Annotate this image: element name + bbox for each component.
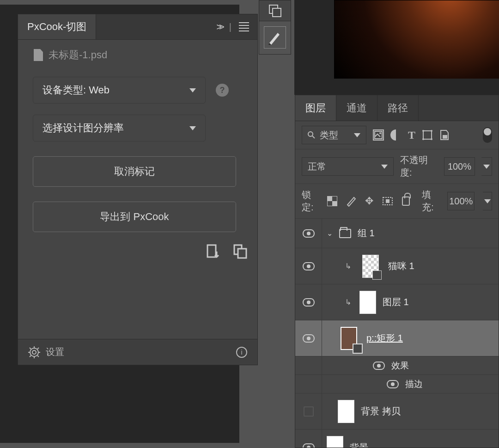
- filter-toggle[interactable]: [483, 127, 492, 143]
- lock-transparency-icon[interactable]: [327, 196, 337, 206]
- lock-paint-icon[interactable]: [346, 196, 357, 207]
- layer-row-layer1[interactable]: ↳ 图层 1: [295, 284, 499, 320]
- svg-rect-16: [423, 131, 432, 139]
- layer-row-cat[interactable]: ↳ 猫咪 1: [295, 248, 499, 284]
- help-icon[interactable]: ?: [216, 84, 229, 97]
- svg-line-9: [37, 356, 39, 357]
- shape-badge-icon: [353, 344, 363, 354]
- layer-row-bgcopy[interactable]: 背景 拷贝: [295, 393, 499, 430]
- layer-row-bg[interactable]: 背景: [295, 430, 499, 448]
- svg-rect-26: [386, 199, 389, 203]
- smart-object-badge-icon: [372, 270, 382, 280]
- layers-panel-tabs: 图层 通道 路径: [295, 95, 499, 121]
- file-icon: [34, 49, 43, 61]
- caret-down-icon: [189, 88, 196, 92]
- svg-point-20: [431, 138, 432, 140]
- unmark-button-label: 取消标记: [114, 165, 155, 178]
- filter-smart-icon[interactable]: [439, 129, 450, 141]
- layer-name: p::矩形 1: [366, 332, 403, 344]
- svg-line-11: [37, 348, 39, 349]
- pxcook-panel-footer: 设置 i: [18, 339, 257, 365]
- filter-text-icon[interactable]: T: [408, 129, 415, 141]
- visibility-toggle[interactable]: [303, 298, 315, 307]
- svg-rect-23: [327, 196, 332, 201]
- panel-menu-icon[interactable]: [239, 22, 249, 31]
- filter-type-label: 类型: [320, 129, 338, 141]
- brush-tool-icon[interactable]: [264, 26, 286, 49]
- disclosure-icon[interactable]: ⌄: [327, 229, 333, 238]
- layer-filter-row: 类型 T: [295, 121, 499, 149]
- unmark-button[interactable]: 取消标记: [33, 156, 236, 187]
- fx-stroke-label: 描边: [405, 378, 423, 390]
- filter-type-select[interactable]: 类型: [302, 126, 366, 144]
- svg-rect-24: [332, 201, 337, 206]
- visibility-toggle[interactable]: [387, 380, 399, 388]
- layer-row-group[interactable]: ⌄ 组 1: [295, 219, 499, 248]
- caret-down-icon: [483, 165, 490, 169]
- visibility-toggle[interactable]: [304, 406, 314, 417]
- layer-fx-row[interactable]: 效果: [295, 356, 499, 375]
- filter-pixel-icon[interactable]: [373, 129, 384, 141]
- overlap-tool-icon[interactable]: [259, 0, 291, 21]
- svg-line-13: [312, 136, 315, 138]
- svg-point-18: [431, 130, 432, 132]
- tab-paths[interactable]: 路径: [377, 95, 419, 121]
- layer-list: ⌄ 组 1 ↳ 猫咪 1 ↳ 图层 1: [295, 219, 499, 448]
- svg-point-15: [379, 132, 381, 134]
- svg-rect-21: [443, 135, 447, 139]
- layer-name: 背景 拷贝: [361, 405, 401, 417]
- blend-mode-value: 正常: [308, 160, 326, 173]
- fill-dropdown[interactable]: [483, 192, 492, 210]
- caret-down-icon: [484, 199, 491, 203]
- collapse-panel-icon[interactable]: >>: [216, 22, 221, 32]
- device-type-select[interactable]: 设备类型: Web: [33, 77, 206, 104]
- layer-name: 背景: [350, 442, 368, 448]
- svg-point-2: [30, 348, 38, 356]
- folder-icon: [339, 229, 351, 238]
- visibility-toggle[interactable]: [303, 334, 315, 343]
- layer-name: 组 1: [358, 227, 375, 239]
- clip-indicator-icon: ↳: [345, 262, 351, 270]
- fill-input[interactable]: 100%: [447, 192, 475, 210]
- settings-gear-icon[interactable]: [28, 346, 40, 358]
- visibility-toggle[interactable]: [303, 443, 315, 448]
- lock-artboard-icon[interactable]: [382, 196, 394, 206]
- visibility-toggle[interactable]: [303, 229, 315, 238]
- device-type-value: 设备类型: Web: [43, 83, 110, 97]
- pxcook-panel: PxCook-切图 >> | 未标题-1.psd 设备类型: Web ? 选择设…: [18, 14, 258, 365]
- lock-position-icon[interactable]: ✥: [365, 195, 373, 207]
- settings-label[interactable]: 设置: [46, 346, 64, 358]
- opacity-dropdown[interactable]: [481, 157, 492, 176]
- pxcook-tab[interactable]: PxCook-切图: [18, 14, 96, 39]
- svg-point-19: [422, 138, 424, 140]
- layer-fx-stroke-row[interactable]: 描边: [295, 375, 499, 393]
- lock-all-icon[interactable]: [402, 196, 410, 206]
- caret-down-icon: [354, 133, 360, 137]
- file-name: 未标题-1.psd: [49, 48, 107, 62]
- layer-thumbnail: [359, 291, 376, 314]
- visibility-toggle[interactable]: [303, 262, 315, 270]
- export-stack-icon[interactable]: [232, 243, 249, 259]
- layer-row-rect[interactable]: p::矩形 1: [295, 320, 499, 356]
- svg-point-12: [308, 132, 313, 136]
- visibility-toggle[interactable]: [373, 362, 385, 370]
- import-icon[interactable]: [206, 243, 221, 259]
- layer-name: 图层 1: [383, 296, 409, 308]
- info-icon[interactable]: i: [236, 347, 247, 358]
- opacity-input[interactable]: 100%: [444, 157, 475, 176]
- export-pxcook-button[interactable]: 导出到 PxCook: [33, 202, 236, 232]
- file-row: 未标题-1.psd: [18, 40, 257, 68]
- blend-mode-select[interactable]: 正常: [302, 157, 394, 176]
- lock-row: 锁定: ✥ 填充: 100%: [295, 184, 499, 219]
- resolution-select[interactable]: 选择设计图分辨率: [33, 115, 206, 141]
- filter-adjust-icon[interactable]: [390, 129, 402, 141]
- filter-shape-icon[interactable]: [422, 129, 433, 141]
- layer-thumbnail: [338, 400, 354, 423]
- caret-down-icon: [381, 165, 388, 169]
- tab-layers[interactable]: 图层: [295, 95, 336, 121]
- svg-line-10: [30, 356, 31, 357]
- divider: |: [229, 22, 231, 32]
- opacity-label: 不透明度:: [400, 154, 437, 179]
- tab-channels[interactable]: 通道: [336, 95, 377, 121]
- fill-label: 填充:: [422, 189, 439, 214]
